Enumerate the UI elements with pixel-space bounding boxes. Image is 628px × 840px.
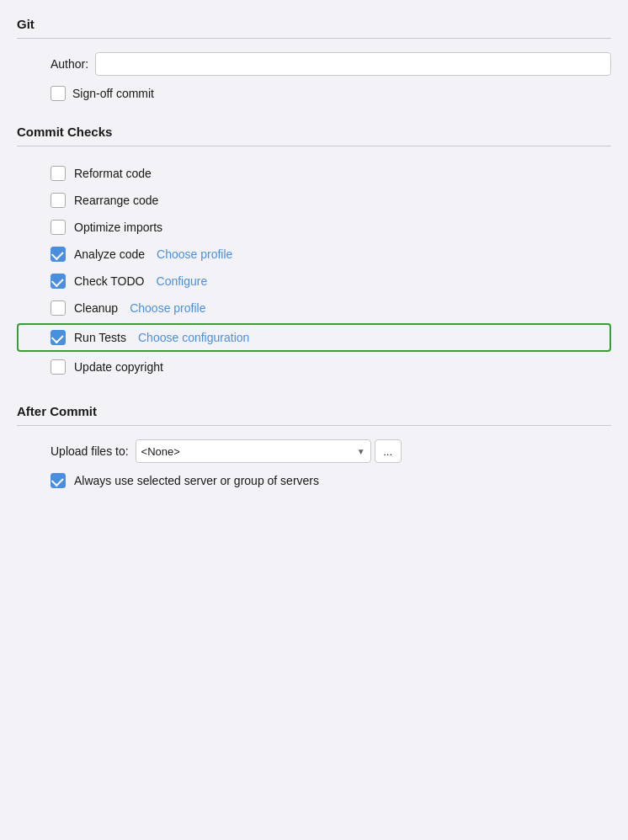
always-use-checkbox[interactable]: [51, 473, 66, 488]
git-divider: [17, 38, 611, 39]
optimize-label: Optimize imports: [74, 221, 162, 234]
author-row: Author:: [17, 52, 611, 76]
upload-select[interactable]: <None>: [136, 439, 371, 463]
signoff-checkbox[interactable]: [51, 86, 66, 101]
check-item-reformat: Reformat code: [17, 160, 611, 187]
todo-configure-link[interactable]: Configure: [157, 274, 208, 288]
after-commit-title: After Commit: [17, 404, 611, 418]
check-item-cleanup: Cleanup Choose profile: [17, 295, 611, 322]
rearrange-label: Rearrange code: [74, 194, 158, 207]
upload-select-wrapper: <None> ▼ ...: [136, 439, 402, 463]
after-commit-section: After Commit Upload files to: <None> ▼ .…: [17, 404, 611, 488]
check-item-rearrange: Rearrange code: [17, 187, 611, 214]
optimize-checkbox[interactable]: [51, 220, 66, 235]
commit-checks-section: Commit Checks Reformat code Rearrange co…: [17, 125, 611, 380]
todo-checkbox[interactable]: [51, 274, 66, 289]
page-container: Git Author: Sign-off commit Commit Check…: [0, 0, 628, 840]
cleanup-label: Cleanup: [74, 301, 118, 315]
check-item-optimize: Optimize imports: [17, 214, 611, 241]
browse-button[interactable]: ...: [375, 439, 402, 463]
reformat-checkbox[interactable]: [51, 166, 66, 181]
runtests-checkbox[interactable]: [51, 330, 66, 345]
signoff-row: Sign-off commit: [17, 86, 611, 101]
after-commit-divider: [17, 425, 611, 426]
copyright-label: Update copyright: [74, 360, 163, 374]
check-item-analyze: Analyze code Choose profile: [17, 241, 611, 268]
runtests-label: Run Tests: [74, 331, 126, 344]
copyright-checkbox[interactable]: [51, 359, 66, 375]
git-section-title: Git: [17, 17, 611, 31]
check-item-runtests: Run Tests Choose configuration: [17, 323, 611, 352]
rearrange-checkbox[interactable]: [51, 193, 66, 208]
always-use-row: Always use selected server or group of s…: [17, 473, 611, 488]
upload-row: Upload files to: <None> ▼ ...: [17, 439, 611, 463]
upload-label: Upload files to:: [51, 444, 129, 458]
analyze-checkbox[interactable]: [51, 247, 66, 262]
author-label: Author:: [51, 57, 88, 71]
always-use-label: Always use selected server or group of s…: [74, 474, 319, 487]
analyze-choose-profile-link[interactable]: Choose profile: [157, 247, 232, 261]
author-input[interactable]: [95, 52, 611, 76]
cleanup-checkbox[interactable]: [51, 300, 66, 316]
analyze-label: Analyze code: [74, 247, 145, 261]
check-item-todo: Check TODO Configure: [17, 268, 611, 295]
reformat-label: Reformat code: [74, 167, 152, 180]
commit-checks-divider: [17, 146, 611, 146]
signoff-label: Sign-off commit: [72, 87, 154, 100]
cleanup-choose-profile-link[interactable]: Choose profile: [130, 301, 205, 315]
upload-select-container: <None> ▼: [136, 439, 371, 463]
commit-checks-title: Commit Checks: [17, 125, 611, 139]
check-item-copyright: Update copyright: [17, 354, 611, 380]
git-section: Git Author: Sign-off commit: [17, 17, 611, 101]
todo-label: Check TODO: [74, 274, 145, 288]
runtests-choose-configuration-link[interactable]: Choose configuration: [138, 331, 249, 344]
